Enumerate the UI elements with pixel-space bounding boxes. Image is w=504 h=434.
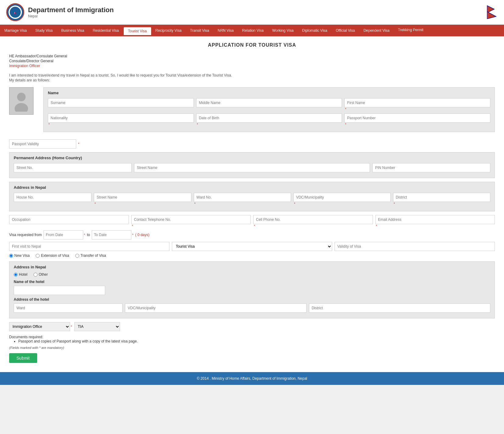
street-no-group [14,163,132,172]
nav-reciprocity-visa[interactable]: Reciprocity Visa [151,25,186,36]
first-name-input[interactable] [344,98,490,107]
to-date-input[interactable] [92,230,131,239]
validity-of-visa-input[interactable] [335,242,495,251]
vdc-required: * [294,202,391,206]
nepal-street-name-group: * [94,193,191,206]
surname-group [48,98,194,111]
nationality-input[interactable] [48,113,194,123]
transfer-visa-radio[interactable] [75,254,79,258]
passport-number-input[interactable] [344,113,490,123]
nav-study-visa[interactable]: Study Visa [31,25,57,36]
extension-visa-label[interactable]: Extension of Visa [36,253,69,258]
contact-phone-required: * [132,224,251,228]
hotel-section: Address in Nepal Hotel Other Name of the… [9,261,495,318]
hotel-district-group [309,303,490,313]
nepal-flag-icon [487,5,498,19]
visa-type-select[interactable]: Tourist Visa Business Visa Transit Visa [172,242,332,251]
visa-from-row: Visa requested from * to * ( 0 days) [9,230,495,239]
district-input[interactable] [393,193,490,202]
intro-line2: Consulate/Director General [9,59,495,63]
new-visa-label[interactable]: New Visa [9,253,30,258]
other-label[interactable]: Other [34,272,48,277]
cell-phone-required: * [254,224,373,228]
hotel-address-fields [14,303,490,313]
tia-select[interactable]: TIA BHR POK [74,322,120,331]
hotel-name-input[interactable] [14,286,105,295]
header-title: Department of Immigration Nepal [28,6,114,18]
nav-working-visa[interactable]: Working Visa [268,25,298,36]
hotel-radio[interactable] [14,273,18,277]
header-left: 🇳🇵 Department of Immigration Nepal [6,3,114,21]
nav-dependent-visa[interactable]: Dependent Visa [359,25,394,36]
submit-button[interactable]: Submit [9,353,37,363]
nepal-address-fields: * * * * [14,193,490,206]
mandatory-note: (Fields marked with * are mandatory) [9,346,495,350]
extension-visa-radio[interactable] [36,254,40,258]
visa-from-label: Visa requested from [9,233,42,237]
contact-phone-input[interactable] [131,215,251,224]
nav-nrn-visa[interactable]: NRN Visa [213,25,238,36]
transfer-visa-label[interactable]: Transfer of Visa [75,253,106,258]
to-date-wrapper: * [92,230,133,239]
nationality-dob-passport-row: * * * [48,113,490,126]
passport-validity-input[interactable] [9,139,76,149]
hotel-label[interactable]: Hotel [14,272,27,277]
house-no-input[interactable] [14,193,91,202]
cell-phone-group: * [253,215,373,228]
pin-number-input[interactable] [372,163,490,172]
street-no-input[interactable] [14,163,132,172]
street-name-input[interactable] [134,163,370,172]
other-radio[interactable] [34,273,37,277]
hotel-other-radio-group: Hotel Other [14,272,490,277]
nepal-emblem-icon: 🇳🇵 [6,3,24,21]
cell-phone-input[interactable] [253,215,373,224]
passport-validity-required: * [78,142,79,146]
navigation: Marriage Visa Study Visa Business Visa R… [0,25,504,36]
svg-marker-5 [487,12,496,19]
nav-residential-visa[interactable]: Residential Visa [88,25,123,36]
person-silhouette-icon [12,90,30,112]
nav-trekking-permit[interactable]: Trekking Permit [394,25,428,35]
intro-line1: HE Ambassador/Consulate General [9,54,495,58]
middle-name-input[interactable] [196,98,342,107]
nav-marriage-visa[interactable]: Marriage Visa [0,25,31,36]
occupation-input[interactable] [9,215,129,224]
nav-transit-visa[interactable]: Transit Visa [186,25,214,36]
photo-name-row: Name * * * [9,87,495,136]
nav-relation-visa[interactable]: Relation Visa [238,25,268,36]
hotel-ward-input[interactable] [14,303,122,313]
ward-no-input[interactable] [194,193,291,202]
from-date-wrapper: * [44,230,85,239]
hotel-name-label: Name of the hotel [14,280,490,284]
hotel-district-input[interactable] [309,303,490,313]
vdc-municipality-input[interactable] [293,193,391,202]
from-date-input[interactable] [44,230,83,239]
permanent-address-section: Permanent Address (Home Country) [9,152,495,178]
nepal-street-name-input[interactable] [94,193,191,202]
immigration-office-select[interactable]: Immigration Office Kathmandu Office Pokh… [9,322,70,331]
immigration-office-required: * [71,325,72,328]
hotel-vdc-input[interactable] [125,303,306,313]
passport-validity-row: * [9,139,495,149]
dob-group: * [196,113,342,126]
occupation-contact-row: * * * [9,215,495,228]
new-visa-radio[interactable] [9,254,13,258]
intro-section: HE Ambassador/Consulate General Consulat… [9,54,495,82]
street-name-required: * [94,202,191,206]
street-name-group [134,163,370,172]
name-fields-row: * [48,98,490,111]
nav-tourist-visa[interactable]: Tourist Visa [124,27,151,35]
svg-point-6 [17,93,26,101]
nav-diplomatic-visa[interactable]: Diplomatic Visa [298,25,332,36]
nav-business-visa[interactable]: Business Visa [57,25,88,36]
email-input[interactable] [375,215,495,224]
surname-input[interactable] [48,98,194,107]
first-name-required: * [345,107,490,111]
permanent-address-fields [14,163,490,172]
first-visit-input[interactable] [9,242,169,251]
house-no-group [14,193,91,206]
nav-official-visa[interactable]: Official Visa [332,25,359,36]
passport-number-required: * [345,123,490,126]
docs-item1: Passport and copies of Passport along wi… [18,339,495,343]
dob-input[interactable] [196,113,342,123]
